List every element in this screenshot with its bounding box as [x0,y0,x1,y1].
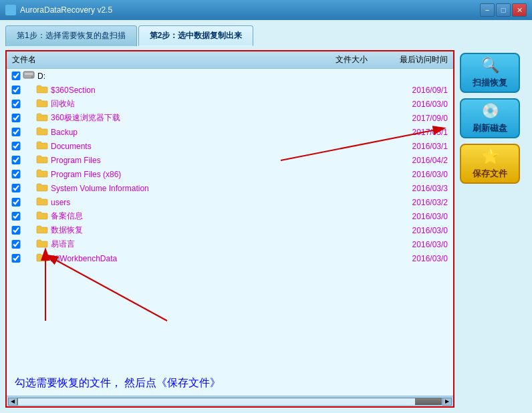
file-date: 2017/09/0 [373,114,453,123]
save-icon: ⭐ [481,148,499,165]
refresh-label: 刷新磁盘 [473,122,507,134]
drive-icon [23,70,35,82]
file-date: 2017/05/1 [373,128,453,137]
folder-icon [36,168,48,180]
save-button[interactable]: ⭐ 保存文件 [460,144,520,184]
file-name: $360Section [51,86,306,95]
app-title: AuroraDataRecovery v2.5 [20,5,480,15]
list-item: Program Files (x86)2016/03/0 [7,167,453,181]
drive-label: D: [37,72,453,81]
file-name: Documents [51,142,306,151]
folder-icon [36,196,48,208]
file-name: users [51,198,306,207]
file-name: Backup [51,128,306,137]
scan-label: 扫描恢复 [473,77,507,89]
scan-button[interactable]: 🔍 扫描恢复 [460,53,520,93]
file-checkbox[interactable] [9,100,23,108]
instructions-text: 勾选需要恢复的文件， 然后点《保存文件》 [7,371,453,396]
file-date: 2016/09/1 [373,86,453,95]
list-item: Backup2017/05/1 [7,125,453,139]
file-date: 2016/03/0 [373,254,453,263]
folder-icon [36,154,48,166]
scrollbar-area: ◀ ▶ [7,396,453,406]
file-checkbox[interactable] [9,240,23,249]
list-item: 回收站2016/03/0 [7,97,453,111]
list-item: 备案信息2016/03/0 [7,209,453,223]
file-name: AliWorkbenchData [51,254,306,263]
folder-icon [36,211,48,222]
minimize-button[interactable]: − [480,3,495,17]
col-date-header: 最后访问时间 [373,54,453,65]
list-item: $360Section2016/09/1 [7,83,453,97]
window-controls: − □ ✕ [480,3,527,17]
file-name: 360极速浏览器下载 [51,112,306,124]
file-list: D: $360Section2016/09/1 回收站2016/03/0 360… [7,69,453,371]
file-date: 2016/03/2 [373,198,453,207]
file-checkbox[interactable] [9,142,23,150]
tab-bar: 第1步：选择需要恢复的盘扫描 第2步：选中数据复制出来 [5,25,527,46]
file-date: 2016/03/0 [373,212,453,221]
main-window: 第1步：选择需要恢复的盘扫描 第2步：选中数据复制出来 文件名 文件大小 最后访… [0,20,532,413]
list-item: Documents2016/03/1 [7,139,453,153]
scrollbar-left-button[interactable]: ◀ [8,398,17,406]
file-date: 2016/03/0 [373,170,453,179]
file-checkbox[interactable] [9,254,23,263]
file-date: 2016/03/0 [373,100,453,109]
col-size-header: 文件大小 [306,54,373,65]
drive-checkbox[interactable] [9,72,23,80]
file-checkbox[interactable] [9,212,23,221]
list-item: System Volume Information2016/03/3 [7,181,453,195]
drive-row: D: [7,69,453,83]
svg-point-2 [31,76,33,78]
file-checkbox[interactable] [9,226,23,235]
file-date: 2016/03/0 [373,226,453,235]
folder-icon [36,239,48,250]
file-checkbox[interactable] [9,156,23,164]
titlebar: AuroraDataRecovery v2.5 − □ ✕ [0,0,532,20]
file-checkbox[interactable] [9,86,23,94]
list-item: 数据恢复2016/03/0 [7,223,453,237]
app-icon [5,5,16,15]
file-name: 回收站 [51,98,306,110]
file-items-container: $360Section2016/09/1 回收站2016/03/0 360极速浏… [7,83,453,265]
refresh-button[interactable]: 💿 刷新磁盘 [460,98,520,138]
file-name: 备案信息 [51,211,306,222]
folder-icon [36,225,48,236]
file-name: System Volume Information [51,184,306,193]
file-checkbox[interactable] [9,128,23,136]
folder-icon [36,182,48,194]
file-date: 2016/03/0 [373,240,453,249]
scrollbar-right-button[interactable]: ▶ [442,398,452,406]
folder-icon [36,112,48,124]
file-checkbox[interactable] [9,170,23,178]
list-item: AliWorkbenchData2016/03/0 [7,251,453,265]
file-checkbox[interactable] [9,114,23,122]
scan-icon: 🔍 [481,57,499,74]
file-date: 2016/03/3 [373,184,453,193]
folder-icon [36,98,48,110]
folder-icon [36,253,48,264]
col-name-header: 文件名 [7,54,306,65]
file-name: 易语言 [51,239,306,250]
refresh-icon: 💿 [481,102,499,120]
folder-icon [36,84,48,96]
list-item: 易语言2016/03/0 [7,237,453,251]
file-name: Program Files (x86) [51,170,306,179]
list-item: 360极速浏览器下载2017/09/0 [7,111,453,125]
scrollbar-thumb[interactable] [415,398,442,405]
file-panel: 文件名 文件大小 最后访问时间 [5,50,454,408]
list-item: users2016/03/2 [7,195,453,209]
folder-icon [36,126,48,138]
right-panel: 🔍 扫描恢复 💿 刷新磁盘 ⭐ 保存文件 [460,50,527,408]
scrollbar-track[interactable] [17,398,442,406]
file-checkbox[interactable] [9,198,23,206]
maximize-button[interactable]: □ [496,3,511,17]
file-table-header: 文件名 文件大小 最后访问时间 [7,51,453,69]
file-date: 2016/03/1 [373,142,453,151]
close-button[interactable]: ✕ [512,3,527,17]
tab-step1[interactable]: 第1步：选择需要恢复的盘扫描 [5,25,137,46]
folder-icon [36,140,48,152]
file-checkbox[interactable] [9,184,23,192]
file-name: 数据恢复 [51,225,306,236]
tab-step2[interactable]: 第2步：选中数据复制出来 [138,25,254,46]
